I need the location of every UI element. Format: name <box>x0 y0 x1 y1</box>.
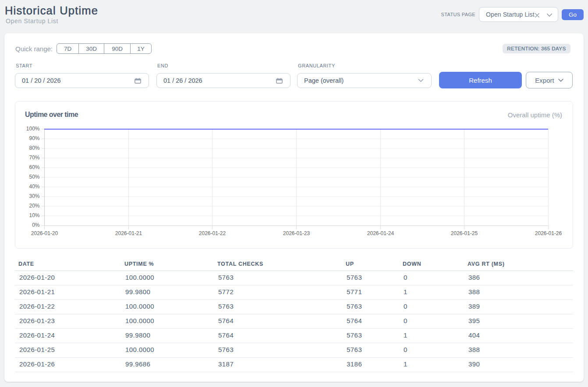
svg-text:2026-01-25: 2026-01-25 <box>451 230 478 236</box>
svg-text:100%: 100% <box>26 126 40 132</box>
svg-text:70%: 70% <box>29 155 39 161</box>
svg-text:2026-01-21: 2026-01-21 <box>115 230 142 236</box>
svg-text:30%: 30% <box>29 193 39 199</box>
svg-text:2026-01-24: 2026-01-24 <box>367 230 394 236</box>
svg-text:40%: 40% <box>29 183 39 190</box>
svg-text:20%: 20% <box>29 203 39 209</box>
svg-text:2026-01-23: 2026-01-23 <box>283 230 310 236</box>
svg-text:60%: 60% <box>29 164 39 170</box>
svg-text:50%: 50% <box>29 174 39 180</box>
svg-text:2026-01-22: 2026-01-22 <box>199 230 226 236</box>
svg-text:0%: 0% <box>32 222 40 228</box>
svg-text:2026-01-20: 2026-01-20 <box>31 230 58 236</box>
svg-text:90%: 90% <box>29 135 39 141</box>
svg-text:10%: 10% <box>29 212 39 218</box>
svg-text:80%: 80% <box>29 145 39 151</box>
svg-text:2026-01-26: 2026-01-26 <box>535 230 562 236</box>
